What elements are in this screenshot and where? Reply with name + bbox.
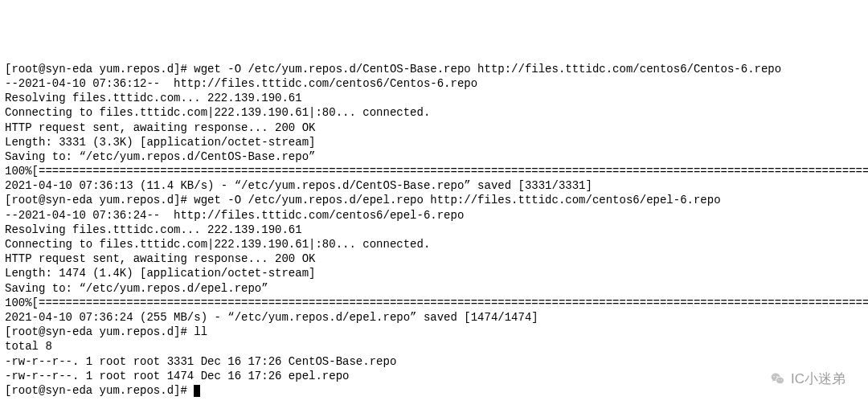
terminal-line: [root@syn-eda yum.repos.d]# ll — [5, 325, 863, 339]
terminal-line: Length: 1474 (1.4K) [application/octet-s… — [5, 266, 863, 280]
terminal-line: Length: 3331 (3.3K) [application/octet-s… — [5, 135, 863, 149]
watermark: IC小迷弟 — [770, 370, 845, 388]
terminal-line: HTTP request sent, awaiting response... … — [5, 251, 863, 266]
prompt-text: [root@syn-eda yum.repos.d]# — [5, 384, 194, 397]
terminal-line: 2021-04-10 07:36:24 (255 MB/s) - “/etc/y… — [5, 310, 863, 325]
terminal-line: Resolving files.tttidc.com... 222.139.19… — [5, 223, 863, 237]
terminal-line: [root@syn-eda yum.repos.d]# wget -O /etc… — [5, 193, 863, 207]
terminal-line: --2021-04-10 07:36:12-- http://files.ttt… — [5, 76, 863, 91]
terminal-line: total 8 — [5, 339, 863, 354]
terminal-line: [root@syn-eda yum.repos.d]# wget -O /etc… — [5, 62, 863, 76]
terminal-line: HTTP request sent, awaiting response... … — [5, 121, 863, 135]
terminal-line: Saving to: “/etc/yum.repos.d/CentOS-Base… — [5, 149, 863, 164]
watermark-text: IC小迷弟 — [791, 370, 845, 388]
cursor — [194, 385, 200, 397]
terminal-output[interactable]: [root@syn-eda yum.repos.d]# wget -O /etc… — [0, 59, 868, 401]
terminal-line: -rw-r--r--. 1 root root 3331 Dec 16 17:2… — [5, 354, 863, 369]
progress-bar: 100%[===================================… — [5, 296, 863, 310]
terminal-line: -rw-r--r--. 1 root root 1474 Dec 16 17:2… — [5, 369, 863, 383]
terminal-line: Connecting to files.tttidc.com|222.139.1… — [5, 105, 863, 120]
terminal-line: 2021-04-10 07:36:13 (11.4 KB/s) - “/etc/… — [5, 178, 863, 193]
terminal-line: Connecting to files.tttidc.com|222.139.1… — [5, 237, 863, 251]
terminal-line: Resolving files.tttidc.com... 222.139.19… — [5, 91, 863, 105]
terminal-line: Saving to: “/etc/yum.repos.d/epel.repo” — [5, 281, 863, 296]
terminal-line: --2021-04-10 07:36:24-- http://files.ttt… — [5, 208, 863, 223]
progress-bar: 100%[===================================… — [5, 164, 863, 178]
prompt-line[interactable]: [root@syn-eda yum.repos.d]# — [5, 383, 863, 398]
wechat-icon — [770, 371, 786, 387]
